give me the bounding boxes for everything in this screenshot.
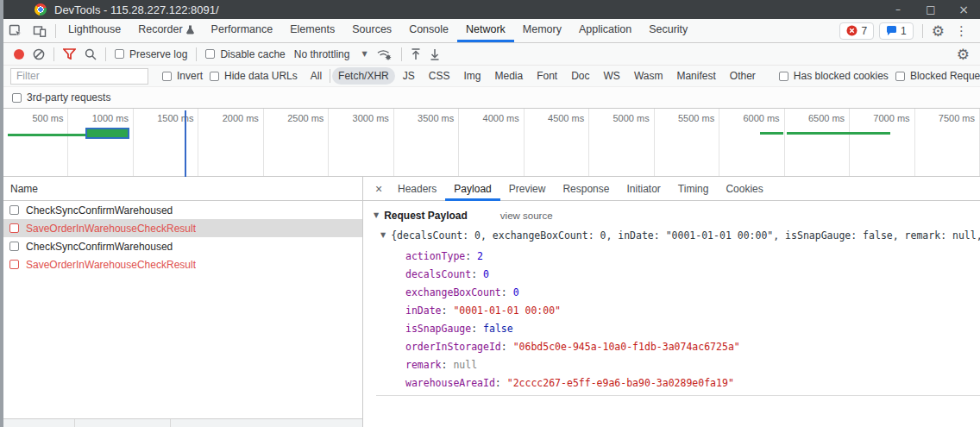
request-row[interactable]: CheckSyncConfirmWarehoused — [3, 237, 362, 255]
export-har-icon[interactable] — [430, 48, 440, 60]
checkbox[interactable] — [205, 49, 215, 59]
disable-cache-checkbox[interactable]: Disable cache — [205, 48, 285, 60]
checkbox[interactable] — [895, 72, 905, 81]
tab-sources[interactable]: Sources — [343, 19, 400, 42]
request-row[interactable]: SaveOrderInWarehouseCheckResult — [3, 219, 362, 237]
settings-gear-icon[interactable]: ⚙ — [932, 22, 945, 40]
throttling-select[interactable]: No throttling ▼ — [294, 48, 368, 60]
type-chip-js[interactable]: JS — [397, 67, 421, 85]
type-chip-all[interactable]: All — [305, 67, 328, 85]
window-title: DevTools - 115.28.227.122:8091/ — [54, 3, 219, 16]
preserve-log-checkbox[interactable]: Preserve log — [115, 48, 187, 60]
request-checkbox[interactable] — [9, 205, 19, 215]
type-chip-media[interactable]: Media — [488, 67, 529, 85]
divider — [196, 47, 197, 61]
network-settings-gear-icon[interactable]: ⚙ — [957, 46, 970, 63]
type-chip-css[interactable]: CSS — [423, 67, 456, 85]
close-details-icon[interactable]: × — [368, 182, 389, 196]
request-details-pane: × Headers Payload Preview Response Initi… — [363, 177, 980, 427]
tab-preview[interactable]: Preview — [500, 177, 555, 201]
tab-security[interactable]: Security — [640, 19, 696, 42]
disclosure-triangle-icon[interactable]: ▼ — [380, 231, 386, 239]
divider — [376, 395, 980, 396]
tab-timing[interactable]: Timing — [669, 177, 718, 201]
tab-network[interactable]: Network — [457, 19, 514, 42]
search-icon[interactable] — [85, 48, 97, 60]
network-overview-timeline[interactable]: 500 ms 1000 ms 1500 ms 2000 ms 2500 ms 3… — [3, 109, 980, 177]
third-party-row: 3rd-party requests — [3, 87, 980, 109]
tab-initiator[interactable]: Initiator — [618, 177, 669, 201]
device-toolbar-icon[interactable] — [28, 19, 52, 42]
tab-elements[interactable]: Elements — [281, 19, 343, 42]
tab-performance[interactable]: Performance — [203, 19, 282, 42]
record-network-log-icon[interactable] — [14, 49, 24, 60]
divider — [105, 47, 106, 61]
request-row[interactable]: CheckSyncConfirmWarehoused — [3, 201, 362, 219]
has-blocked-cookies-checkbox[interactable]: Has blocked cookies — [779, 70, 889, 82]
third-party-requests-checkbox[interactable]: 3rd-party requests — [12, 91, 110, 104]
ruler-tick: 2000 ms — [198, 109, 263, 176]
ruler-tick: 4500 ms — [525, 109, 589, 176]
filter-input[interactable] — [10, 68, 148, 85]
more-options-icon[interactable]: ⋮ — [950, 23, 973, 39]
checkbox[interactable] — [210, 72, 219, 81]
disclosure-triangle-icon[interactable]: ▼ — [374, 211, 379, 219]
minimize-button[interactable]: – — [882, 3, 914, 16]
tab-headers[interactable]: Headers — [389, 177, 445, 201]
column-header-name[interactable]: Name — [3, 177, 362, 201]
issues-count-badge[interactable]: 1 — [879, 22, 914, 40]
view-source-link[interactable]: view source — [500, 210, 553, 221]
ruler-tick: 6000 ms — [719, 109, 784, 176]
activity-segment-green — [787, 132, 890, 135]
tab-cookies[interactable]: Cookies — [717, 177, 771, 201]
type-chip-wasm[interactable]: Wasm — [628, 67, 669, 85]
network-conditions-icon[interactable] — [376, 47, 393, 60]
blocked-requests-checkbox[interactable]: Blocked Requests — [895, 70, 980, 82]
request-checkbox[interactable] — [9, 260, 19, 269]
checkbox[interactable] — [162, 72, 172, 81]
type-chip-img[interactable]: Img — [457, 67, 487, 85]
invert-checkbox[interactable]: Invert — [162, 70, 203, 82]
type-chip-ws[interactable]: WS — [598, 67, 626, 85]
ruler-tick: 1000 ms — [68, 109, 133, 176]
request-row[interactable]: SaveOrderInWarehouseCheckResult — [3, 255, 362, 273]
checkbox[interactable] — [12, 93, 22, 103]
tab-response[interactable]: Response — [554, 177, 618, 201]
divider — [330, 69, 330, 83]
import-har-icon[interactable] — [411, 48, 421, 60]
tab-recorder[interactable]: Recorder — [129, 19, 202, 42]
tab-application[interactable]: Application — [570, 19, 640, 42]
tab-console[interactable]: Console — [400, 19, 457, 42]
request-checkbox[interactable] — [9, 242, 19, 251]
divider — [170, 419, 171, 427]
maximize-button[interactable]: □ — [914, 3, 947, 16]
ruler-tick: 5000 ms — [589, 109, 654, 176]
checkbox[interactable] — [115, 49, 124, 59]
clear-network-log-icon[interactable] — [33, 48, 45, 60]
close-button[interactable]: × — [947, 3, 980, 16]
checkbox[interactable] — [779, 72, 788, 81]
request-list-footer — [3, 418, 362, 427]
tab-memory[interactable]: Memory — [514, 19, 570, 42]
type-chip-doc[interactable]: Doc — [565, 67, 595, 85]
error-count-badge[interactable]: 7 — [839, 22, 874, 40]
selected-window-block[interactable] — [85, 128, 129, 139]
type-chip-manifest[interactable]: Manifest — [670, 67, 721, 85]
tab-lighthouse[interactable]: Lighthouse — [60, 19, 129, 42]
inspect-element-icon[interactable] — [3, 19, 28, 42]
type-chip-fetch-xhr[interactable]: Fetch/XHR — [332, 67, 395, 85]
type-chip-other[interactable]: Other — [724, 67, 762, 85]
experiment-flask-icon — [186, 25, 194, 35]
hide-data-urls-checkbox[interactable]: Hide data URLs — [210, 70, 298, 82]
field-value: "06bd5c0e-945a-10a0-f1db-3a074ac6725a" — [513, 341, 740, 353]
request-list-pane: Name CheckSyncConfirmWarehoused SaveOrde… — [3, 177, 363, 427]
payload-object-preview[interactable]: {decalsCount: 0, exchangeBoxCount: 0, in… — [391, 229, 980, 242]
filter-funnel-icon[interactable] — [63, 48, 76, 60]
ruler-tick: 6500 ms — [785, 109, 850, 176]
field-value: 0 — [513, 286, 519, 298]
type-chip-font[interactable]: Font — [531, 67, 563, 85]
payload-field: warehouseAreaId: "2cccc267-e5ff-e9a6-ba9… — [374, 374, 980, 392]
ruler-tick: 2500 ms — [264, 109, 329, 176]
tab-payload[interactable]: Payload — [445, 177, 499, 201]
request-checkbox[interactable] — [9, 223, 19, 233]
